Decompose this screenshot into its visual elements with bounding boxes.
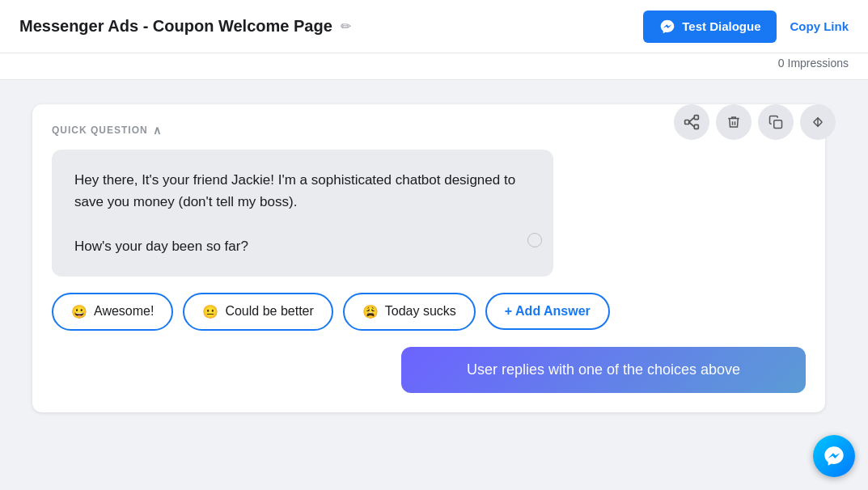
header-left: Messenger Ads - Coupon Welcome Page ✏ [19,17,351,36]
move-button[interactable] [800,104,836,140]
circle-dot-decoration [527,233,542,247]
delete-button[interactable] [716,104,752,140]
svg-line-4 [689,122,695,127]
bubble-text-line1: Hey there, It's your friend Jackie! I'm … [74,169,531,213]
could-be-better-label: Could be better [225,304,313,319]
messenger-fab[interactable] [813,435,855,477]
reply-button-awesome[interactable]: 😀 Awesome! [52,293,173,331]
reply-button-could-be-better[interactable]: 😐 Could be better [183,293,332,331]
duplicate-button[interactable] [758,104,794,140]
connect-icon [684,114,700,130]
bubble-text-line2: How's your day been so far? [74,235,531,257]
toolbar [674,104,836,140]
quick-replies: 😀 Awesome! 😐 Could be better 😩 Today suc… [52,293,806,331]
section-label-text: QUICK QUESTION [52,125,148,136]
user-reply-text: User replies with one of the choices abo… [467,361,740,378]
quick-question-card: QUICK QUESTION ∧ Hey there, It's your fr… [32,104,825,412]
copy-link-button[interactable]: Copy Link [790,19,849,33]
header-right: Test Dialogue Copy Link [643,11,849,43]
main-content: QUICK QUESTION ∧ Hey there, It's your fr… [0,80,868,437]
connect-button[interactable] [674,104,709,140]
chat-bubble: Hey there, It's your friend Jackie! I'm … [52,150,553,277]
reply-button-today-sucks[interactable]: 😩 Today sucks [343,293,476,331]
messenger-fab-icon [823,445,845,467]
edit-icon[interactable]: ✏ [341,19,351,34]
copy-icon [768,115,783,129]
add-answer-button[interactable]: + Add Answer [485,293,610,330]
messenger-icon [659,19,675,35]
test-dialogue-label: Test Dialogue [682,19,760,33]
move-icon [811,115,825,129]
impressions-count: 0 Impressions [778,57,849,70]
svg-rect-0 [694,116,698,120]
trash-icon [726,115,741,129]
svg-rect-5 [774,120,782,129]
svg-rect-2 [694,125,698,129]
impressions-bar: 0 Impressions [0,53,868,80]
awesome-label: Awesome! [94,304,154,319]
today-sucks-label: Today sucks [385,304,456,319]
user-reply-banner: User replies with one of the choices abo… [401,347,806,393]
page-title: Messenger Ads - Coupon Welcome Page [19,17,332,36]
could-be-better-emoji: 😐 [202,304,218,319]
test-dialogue-button[interactable]: Test Dialogue [643,11,777,43]
svg-line-3 [689,117,695,122]
svg-rect-1 [685,120,689,125]
header: Messenger Ads - Coupon Welcome Page ✏ Te… [0,0,868,53]
today-sucks-emoji: 😩 [362,304,379,319]
chevron-up-icon[interactable]: ∧ [153,124,162,137]
awesome-emoji: 😀 [71,304,87,319]
